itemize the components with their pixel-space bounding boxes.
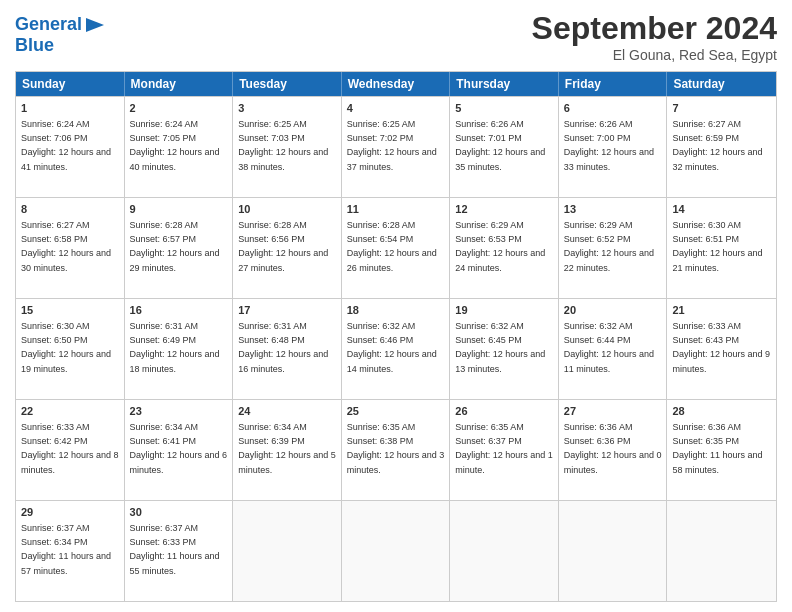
cal-cell-day-29: 29Sunrise: 6:37 AMSunset: 6:34 PMDayligh… <box>16 501 125 601</box>
day-info: Sunrise: 6:25 AMSunset: 7:03 PMDaylight:… <box>238 119 328 171</box>
day-number: 26 <box>455 404 553 419</box>
cal-cell-day-25: 25Sunrise: 6:35 AMSunset: 6:38 PMDayligh… <box>342 400 451 500</box>
cal-cell-day-17: 17Sunrise: 6:31 AMSunset: 6:48 PMDayligh… <box>233 299 342 399</box>
cal-cell-day-10: 10Sunrise: 6:28 AMSunset: 6:56 PMDayligh… <box>233 198 342 298</box>
cal-cell-day-28: 28Sunrise: 6:36 AMSunset: 6:35 PMDayligh… <box>667 400 776 500</box>
day-info: Sunrise: 6:27 AMSunset: 6:59 PMDaylight:… <box>672 119 762 171</box>
day-number: 6 <box>564 101 662 116</box>
day-number: 29 <box>21 505 119 520</box>
cal-row-3: 15Sunrise: 6:30 AMSunset: 6:50 PMDayligh… <box>16 298 776 399</box>
cal-cell-day-24: 24Sunrise: 6:34 AMSunset: 6:39 PMDayligh… <box>233 400 342 500</box>
day-info: Sunrise: 6:32 AMSunset: 6:44 PMDaylight:… <box>564 321 654 373</box>
day-number: 7 <box>672 101 771 116</box>
day-number: 12 <box>455 202 553 217</box>
day-number: 2 <box>130 101 228 116</box>
cal-cell-day-9: 9Sunrise: 6:28 AMSunset: 6:57 PMDaylight… <box>125 198 234 298</box>
day-number: 13 <box>564 202 662 217</box>
month-title: September 2024 <box>532 10 777 47</box>
logo-icon <box>84 14 106 36</box>
day-number: 22 <box>21 404 119 419</box>
day-info: Sunrise: 6:30 AMSunset: 6:50 PMDaylight:… <box>21 321 111 373</box>
day-number: 23 <box>130 404 228 419</box>
day-number: 30 <box>130 505 228 520</box>
cal-cell-day-14: 14Sunrise: 6:30 AMSunset: 6:51 PMDayligh… <box>667 198 776 298</box>
svg-marker-0 <box>86 18 104 32</box>
day-number: 27 <box>564 404 662 419</box>
day-number: 4 <box>347 101 445 116</box>
header-tuesday: Tuesday <box>233 72 342 96</box>
cal-cell-day-20: 20Sunrise: 6:32 AMSunset: 6:44 PMDayligh… <box>559 299 668 399</box>
day-info: Sunrise: 6:35 AMSunset: 6:37 PMDaylight:… <box>455 422 553 474</box>
day-number: 18 <box>347 303 445 318</box>
cal-cell-day-6: 6Sunrise: 6:26 AMSunset: 7:00 PMDaylight… <box>559 97 668 197</box>
day-info: Sunrise: 6:33 AMSunset: 6:42 PMDaylight:… <box>21 422 119 474</box>
cal-cell-day-12: 12Sunrise: 6:29 AMSunset: 6:53 PMDayligh… <box>450 198 559 298</box>
cal-cell-day-26: 26Sunrise: 6:35 AMSunset: 6:37 PMDayligh… <box>450 400 559 500</box>
day-info: Sunrise: 6:29 AMSunset: 6:53 PMDaylight:… <box>455 220 545 272</box>
cal-cell-day-2: 2Sunrise: 6:24 AMSunset: 7:05 PMDaylight… <box>125 97 234 197</box>
day-info: Sunrise: 6:31 AMSunset: 6:48 PMDaylight:… <box>238 321 328 373</box>
cal-cell-empty <box>667 501 776 601</box>
cal-cell-day-11: 11Sunrise: 6:28 AMSunset: 6:54 PMDayligh… <box>342 198 451 298</box>
day-info: Sunrise: 6:34 AMSunset: 6:41 PMDaylight:… <box>130 422 228 474</box>
day-info: Sunrise: 6:31 AMSunset: 6:49 PMDaylight:… <box>130 321 220 373</box>
day-number: 14 <box>672 202 771 217</box>
day-number: 25 <box>347 404 445 419</box>
cal-cell-day-22: 22Sunrise: 6:33 AMSunset: 6:42 PMDayligh… <box>16 400 125 500</box>
day-info: Sunrise: 6:24 AMSunset: 7:06 PMDaylight:… <box>21 119 111 171</box>
day-info: Sunrise: 6:28 AMSunset: 6:54 PMDaylight:… <box>347 220 437 272</box>
day-info: Sunrise: 6:30 AMSunset: 6:51 PMDaylight:… <box>672 220 762 272</box>
cal-cell-day-7: 7Sunrise: 6:27 AMSunset: 6:59 PMDaylight… <box>667 97 776 197</box>
day-info: Sunrise: 6:27 AMSunset: 6:58 PMDaylight:… <box>21 220 111 272</box>
day-number: 11 <box>347 202 445 217</box>
title-block: September 2024 El Gouna, Red Sea, Egypt <box>532 10 777 63</box>
day-number: 10 <box>238 202 336 217</box>
logo: General Blue <box>15 14 106 56</box>
cal-cell-day-19: 19Sunrise: 6:32 AMSunset: 6:45 PMDayligh… <box>450 299 559 399</box>
day-info: Sunrise: 6:28 AMSunset: 6:56 PMDaylight:… <box>238 220 328 272</box>
day-info: Sunrise: 6:34 AMSunset: 6:39 PMDaylight:… <box>238 422 336 474</box>
day-number: 19 <box>455 303 553 318</box>
cal-cell-day-4: 4Sunrise: 6:25 AMSunset: 7:02 PMDaylight… <box>342 97 451 197</box>
header-friday: Friday <box>559 72 668 96</box>
cal-cell-day-15: 15Sunrise: 6:30 AMSunset: 6:50 PMDayligh… <box>16 299 125 399</box>
cal-row-4: 22Sunrise: 6:33 AMSunset: 6:42 PMDayligh… <box>16 399 776 500</box>
cal-cell-day-21: 21Sunrise: 6:33 AMSunset: 6:43 PMDayligh… <box>667 299 776 399</box>
cal-row-5: 29Sunrise: 6:37 AMSunset: 6:34 PMDayligh… <box>16 500 776 601</box>
day-info: Sunrise: 6:32 AMSunset: 6:45 PMDaylight:… <box>455 321 545 373</box>
header-sunday: Sunday <box>16 72 125 96</box>
day-number: 3 <box>238 101 336 116</box>
day-info: Sunrise: 6:26 AMSunset: 7:01 PMDaylight:… <box>455 119 545 171</box>
cal-cell-empty <box>342 501 451 601</box>
cal-cell-day-8: 8Sunrise: 6:27 AMSunset: 6:58 PMDaylight… <box>16 198 125 298</box>
logo-text-general: General <box>15 15 82 35</box>
day-number: 1 <box>21 101 119 116</box>
day-info: Sunrise: 6:36 AMSunset: 6:35 PMDaylight:… <box>672 422 762 474</box>
cal-cell-day-13: 13Sunrise: 6:29 AMSunset: 6:52 PMDayligh… <box>559 198 668 298</box>
cal-cell-day-23: 23Sunrise: 6:34 AMSunset: 6:41 PMDayligh… <box>125 400 234 500</box>
day-info: Sunrise: 6:24 AMSunset: 7:05 PMDaylight:… <box>130 119 220 171</box>
header: General Blue September 2024 El Gouna, Re… <box>15 10 777 63</box>
cal-cell-day-16: 16Sunrise: 6:31 AMSunset: 6:49 PMDayligh… <box>125 299 234 399</box>
day-info: Sunrise: 6:36 AMSunset: 6:36 PMDaylight:… <box>564 422 662 474</box>
cal-cell-day-5: 5Sunrise: 6:26 AMSunset: 7:01 PMDaylight… <box>450 97 559 197</box>
day-number: 8 <box>21 202 119 217</box>
day-number: 5 <box>455 101 553 116</box>
logo-text-blue: Blue <box>15 36 106 56</box>
location-subtitle: El Gouna, Red Sea, Egypt <box>532 47 777 63</box>
cal-cell-day-1: 1Sunrise: 6:24 AMSunset: 7:06 PMDaylight… <box>16 97 125 197</box>
cal-cell-day-18: 18Sunrise: 6:32 AMSunset: 6:46 PMDayligh… <box>342 299 451 399</box>
header-thursday: Thursday <box>450 72 559 96</box>
day-number: 17 <box>238 303 336 318</box>
calendar-header: Sunday Monday Tuesday Wednesday Thursday… <box>16 72 776 96</box>
header-monday: Monday <box>125 72 234 96</box>
header-saturday: Saturday <box>667 72 776 96</box>
day-number: 15 <box>21 303 119 318</box>
cal-cell-empty <box>233 501 342 601</box>
cal-cell-empty <box>450 501 559 601</box>
day-info: Sunrise: 6:25 AMSunset: 7:02 PMDaylight:… <box>347 119 437 171</box>
day-info: Sunrise: 6:28 AMSunset: 6:57 PMDaylight:… <box>130 220 220 272</box>
cal-row-1: 1Sunrise: 6:24 AMSunset: 7:06 PMDaylight… <box>16 96 776 197</box>
day-info: Sunrise: 6:29 AMSunset: 6:52 PMDaylight:… <box>564 220 654 272</box>
day-info: Sunrise: 6:35 AMSunset: 6:38 PMDaylight:… <box>347 422 445 474</box>
